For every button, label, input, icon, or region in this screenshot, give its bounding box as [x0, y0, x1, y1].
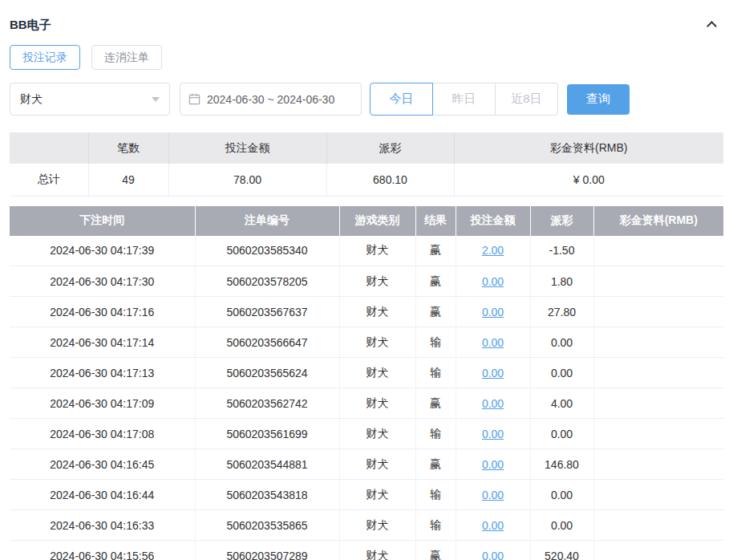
- calendar-icon: [188, 93, 200, 105]
- cell-payout: 0.00: [530, 510, 593, 541]
- cell-result: 输: [415, 419, 456, 449]
- cell-order-no: 5060203507289: [195, 541, 339, 560]
- summary-count-value: 49: [88, 164, 168, 196]
- cell-bonus: [593, 236, 723, 266]
- summary-header-row: 笔数 投注金额 派彩 彩金资料(RMB): [10, 132, 723, 164]
- cell-bonus: [593, 480, 723, 510]
- header-game-type: 游戏类别: [339, 206, 415, 236]
- cell-bet-amount: 0.00: [456, 480, 530, 510]
- cell-result: 赢: [415, 541, 456, 560]
- cell-result: 赢: [415, 388, 456, 419]
- game-select[interactable]: 财犬: [10, 83, 170, 116]
- cell-bet-time: 2024-06-30 04:16:44: [10, 480, 195, 510]
- summary-payout-value: 680.10: [326, 164, 454, 196]
- table-row: 2024-06-30 04:17:135060203565624财犬输0.000…: [10, 358, 723, 388]
- quick-range-yesterday[interactable]: 昨日: [432, 83, 496, 116]
- header-bet-amount: 投注金额: [456, 206, 530, 236]
- table-header-row: 下注时间 注单编号 游戏类别 结果 投注金额 派彩 彩金资料(RMB): [10, 206, 723, 236]
- cell-order-no: 5060203562742: [195, 388, 339, 419]
- cell-order-no: 5060203578205: [195, 266, 339, 297]
- cell-payout: 520.40: [530, 541, 593, 560]
- cell-bet-time: 2024-06-30 04:17:16: [10, 297, 195, 327]
- summary-total-row: 总计 49 78.00 680.10 ¥ 0.00: [10, 164, 723, 196]
- cell-game-type: 财犬: [339, 449, 415, 480]
- header-payout: 派彩: [530, 206, 593, 236]
- bb-games-panel: BB电子 投注记录 连消注单 财犬 2024-06-30 ~ 2024-06-3…: [0, 0, 733, 560]
- date-range-input[interactable]: 2024-06-30 ~ 2024-06-30: [180, 83, 362, 116]
- bet-amount-link[interactable]: 2.00: [482, 244, 504, 257]
- summary-header-blank: [10, 132, 88, 164]
- cell-bet-amount: 0.00: [456, 419, 530, 449]
- bet-amount-link[interactable]: 0.00: [482, 397, 504, 410]
- tab-bet-records[interactable]: 投注记录: [10, 45, 80, 70]
- cell-bet-time: 2024-06-30 04:17:09: [10, 388, 195, 419]
- bet-amount-link[interactable]: 0.00: [482, 275, 504, 288]
- cell-order-no: 5060203585340: [195, 236, 339, 266]
- bet-amount-link[interactable]: 0.00: [482, 336, 504, 349]
- cell-game-type: 财犬: [339, 327, 415, 358]
- cell-result: 输: [415, 480, 456, 510]
- cell-game-type: 财犬: [339, 510, 415, 541]
- tab-cancelled-orders[interactable]: 连消注单: [91, 45, 162, 70]
- cell-result: 赢: [415, 297, 456, 327]
- chevron-up-icon: [707, 21, 717, 31]
- collapse-panel-button[interactable]: [708, 18, 723, 32]
- cell-order-no: 5060203566647: [195, 327, 339, 358]
- cell-bet-time: 2024-06-30 04:16:33: [10, 510, 195, 541]
- cell-bet-amount: 0.00: [456, 510, 530, 541]
- cell-bet-amount: 0.00: [456, 388, 530, 419]
- cell-bet-time: 2024-06-30 04:17:14: [10, 327, 195, 358]
- cell-result: 输: [415, 327, 456, 358]
- cell-result: 赢: [415, 449, 456, 480]
- cell-game-type: 财犬: [339, 358, 415, 388]
- cell-bet-amount: 2.00: [456, 236, 530, 266]
- cell-order-no: 5060203535865: [195, 510, 339, 541]
- header-order-no: 注单编号: [195, 206, 339, 236]
- summary-bet-amount-value: 78.00: [168, 164, 326, 196]
- cell-order-no: 5060203543818: [195, 480, 339, 510]
- bet-records-table: 下注时间 注单编号 游戏类别 结果 投注金额 派彩 彩金资料(RMB) 2024…: [10, 206, 723, 560]
- cell-payout: 0.00: [530, 480, 593, 510]
- bet-amount-link[interactable]: 0.00: [482, 489, 504, 501]
- cell-payout: 1.80: [530, 266, 593, 297]
- bet-amount-link[interactable]: 0.00: [482, 367, 504, 379]
- cell-bonus: [593, 510, 723, 541]
- bet-amount-link[interactable]: 0.00: [482, 550, 504, 560]
- date-range-value: 2024-06-30 ~ 2024-06-30: [207, 93, 334, 106]
- cell-result: 输: [415, 358, 456, 388]
- bet-amount-link[interactable]: 0.00: [482, 428, 504, 440]
- cell-result: 赢: [415, 266, 456, 297]
- cell-payout: 0.00: [530, 358, 593, 388]
- header-bonus: 彩金资料(RMB): [593, 206, 723, 236]
- summary-header-count: 笔数: [88, 132, 168, 164]
- bet-amount-link[interactable]: 0.00: [482, 519, 504, 532]
- cell-bonus: [593, 388, 723, 419]
- quick-range-today[interactable]: 今日: [370, 83, 433, 116]
- table-row: 2024-06-30 04:16:455060203544881财犬赢0.001…: [10, 449, 723, 480]
- cell-game-type: 财犬: [339, 480, 415, 510]
- quick-range-last8days[interactable]: 近8日: [495, 83, 558, 116]
- cell-bet-amount: 0.00: [456, 327, 530, 358]
- cell-bet-amount: 0.00: [456, 358, 530, 388]
- summary-header-payout: 派彩: [326, 132, 454, 164]
- table-row: 2024-06-30 04:17:145060203566647财犬输0.000…: [10, 327, 723, 358]
- cell-game-type: 财犬: [339, 297, 415, 327]
- cell-bonus: [593, 419, 723, 449]
- cell-bet-time: 2024-06-30 04:17:30: [10, 266, 195, 297]
- cell-order-no: 5060203544881: [195, 449, 339, 480]
- cell-bet-time: 2024-06-30 04:16:45: [10, 449, 195, 480]
- cell-bet-amount: 0.00: [456, 266, 530, 297]
- summary-table: 笔数 投注金额 派彩 彩金资料(RMB) 总计 49 78.00 680.10 …: [10, 132, 723, 197]
- panel-header: BB电子: [10, 11, 723, 39]
- bet-amount-link[interactable]: 0.00: [482, 306, 504, 319]
- search-button[interactable]: 查询: [567, 84, 630, 115]
- cell-payout: 27.80: [530, 297, 593, 327]
- cell-bonus: [593, 266, 723, 297]
- bet-amount-link[interactable]: 0.00: [482, 458, 504, 471]
- cell-game-type: 财犬: [339, 388, 415, 419]
- chevron-down-icon: [152, 97, 160, 102]
- bet-table-body: 2024-06-30 04:17:395060203585340财犬赢2.00-…: [10, 236, 723, 560]
- table-row: 2024-06-30 04:17:085060203561699财犬输0.000…: [10, 419, 723, 449]
- table-row: 2024-06-30 04:16:445060203543818财犬输0.000…: [10, 480, 723, 510]
- cell-game-type: 财犬: [339, 236, 415, 266]
